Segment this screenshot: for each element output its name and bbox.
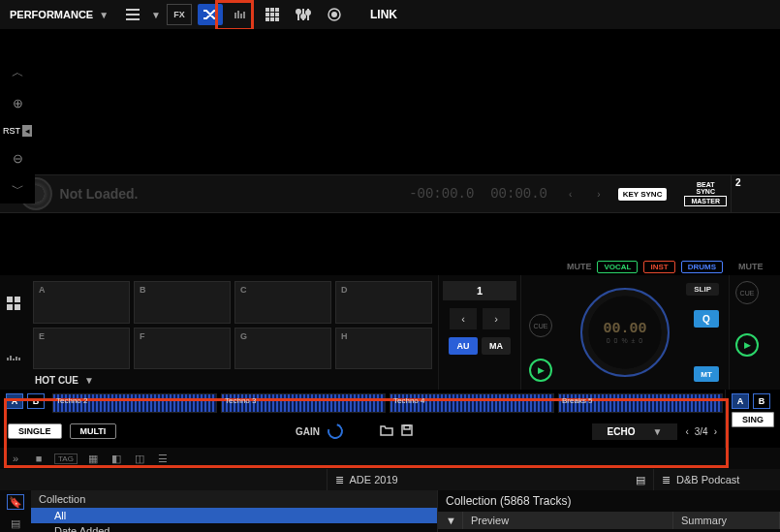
- layout-menu-icon[interactable]: [120, 4, 145, 25]
- prev-track-icon[interactable]: ‹: [569, 189, 572, 200]
- pitch-display: 0 0 % ± 0: [607, 337, 644, 344]
- beat-sync-button[interactable]: BEATSYNC: [696, 181, 714, 195]
- record-icon[interactable]: [322, 4, 347, 25]
- sample-slot-1[interactable]: Techno 2: [52, 393, 217, 413]
- zoom-in-icon[interactable]: ⊕: [13, 96, 23, 110]
- svg-rect-9: [275, 13, 279, 16]
- svg-rect-11: [270, 17, 274, 21]
- mute-label-2: MUTE: [738, 262, 764, 271]
- pad-h[interactable]: H: [335, 328, 432, 370]
- inst-stem-button[interactable]: INST: [643, 261, 674, 273]
- pad-a[interactable]: A: [33, 281, 130, 324]
- fx-button[interactable]: FX: [167, 4, 192, 25]
- svg-rect-5: [270, 8, 274, 12]
- tree-root[interactable]: Collection: [31, 490, 437, 508]
- bank-a-button[interactable]: A: [6, 393, 23, 409]
- link-button[interactable]: LINK: [370, 8, 397, 21]
- mode-dropdown[interactable]: PERFORMANCE ▼: [4, 7, 114, 22]
- svg-point-17: [331, 12, 337, 17]
- gain-knob[interactable]: [325, 421, 346, 442]
- svg-rect-7: [265, 13, 269, 16]
- sampler-icon[interactable]: [229, 4, 254, 25]
- bank-b-button-2[interactable]: B: [753, 393, 770, 409]
- play-button-1[interactable]: ▶: [529, 359, 552, 382]
- caret-left-icon: ◂: [22, 125, 32, 137]
- single-mode-button[interactable]: SINGLE: [8, 423, 62, 439]
- key-sync-button[interactable]: KEY SYNC: [618, 188, 668, 201]
- tree-item-all[interactable]: All: [31, 508, 437, 523]
- beat-next-icon[interactable]: ›: [483, 308, 510, 329]
- reset-button[interactable]: RST◂: [3, 125, 32, 137]
- svg-rect-1: [237, 11, 239, 18]
- svg-point-13: [296, 10, 300, 14]
- fx-select-dropdown[interactable]: ECHO▼: [592, 423, 678, 440]
- page-prev-icon[interactable]: ‹: [685, 426, 688, 437]
- chevron-up-icon[interactable]: ︿: [12, 64, 24, 81]
- svg-rect-20: [7, 304, 13, 310]
- view-split-icon[interactable]: ◫: [132, 452, 147, 465]
- svg-rect-6: [275, 8, 279, 12]
- chevron-down-icon: ▼: [99, 10, 109, 20]
- pad-d[interactable]: D: [335, 281, 432, 324]
- pad-e[interactable]: E: [33, 328, 130, 370]
- cue-button-1[interactable]: CUE: [529, 314, 552, 337]
- page-next-icon[interactable]: ›: [714, 426, 717, 437]
- auto-button[interactable]: AU: [449, 337, 478, 355]
- folder-open-icon[interactable]: [380, 424, 393, 438]
- hotcue-dropdown[interactable]: HOT CUE▼: [27, 375, 438, 390]
- sample-slot-3[interactable]: Techno 4: [390, 393, 554, 413]
- chevron-down-icon[interactable]: ﹀: [12, 180, 24, 198]
- pad-g[interactable]: G: [234, 328, 331, 370]
- jog-wheel-1[interactable]: 00.00 0 0 % ± 0: [580, 288, 670, 377]
- multi-mode-button[interactable]: MULTI: [70, 423, 117, 439]
- quantize-button[interactable]: Q: [694, 310, 719, 328]
- stop-icon[interactable]: ■: [31, 452, 47, 465]
- svg-rect-8: [270, 13, 274, 16]
- deck1-not-loaded: Not Loaded.: [60, 186, 139, 202]
- collection-tree-icon[interactable]: ▤: [7, 516, 24, 531]
- tree-item-date[interactable]: Date Added: [31, 523, 437, 532]
- bpm-display: 00.00: [603, 321, 646, 337]
- pad-c[interactable]: C: [234, 281, 331, 324]
- zoom-out-icon[interactable]: ⊖: [13, 151, 23, 166]
- breadcrumb-ade[interactable]: ADE 2019: [350, 474, 398, 485]
- view-compact-icon[interactable]: ▦: [85, 452, 101, 465]
- browser-chevron-icon[interactable]: »: [8, 452, 23, 465]
- play-button-2[interactable]: ▶: [735, 333, 759, 357]
- col-summary[interactable]: Summary: [673, 512, 780, 529]
- manual-button[interactable]: MA: [482, 337, 511, 355]
- next-track-icon[interactable]: ›: [597, 189, 600, 200]
- save-icon[interactable]: [401, 424, 413, 438]
- bookmark-icon[interactable]: 🔖: [7, 494, 24, 510]
- master-tempo-button[interactable]: MT: [694, 366, 719, 382]
- drums-stem-button[interactable]: DRUMS: [681, 261, 723, 273]
- mode-label: PERFORMANCE: [10, 9, 93, 20]
- sample-slot-2[interactable]: Techno 3: [221, 393, 386, 413]
- breadcrumb-dnb[interactable]: D&B Podcast: [676, 474, 739, 485]
- single-mode-button-2[interactable]: SING: [732, 412, 774, 427]
- pad-f[interactable]: F: [134, 328, 231, 370]
- slip-button[interactable]: SLIP: [686, 283, 719, 296]
- col-preview[interactable]: Preview: [463, 512, 673, 529]
- bank-b-button[interactable]: B: [27, 393, 45, 409]
- master-button[interactable]: MASTER: [684, 196, 727, 206]
- svg-rect-2: [240, 14, 242, 18]
- mixer-icon[interactable]: [291, 4, 316, 25]
- pad-grid-view-icon[interactable]: [7, 297, 20, 312]
- chevron-down-icon: ▼: [84, 375, 94, 386]
- view-half-icon[interactable]: ◧: [109, 452, 124, 465]
- vocal-stem-button[interactable]: VOCAL: [597, 261, 638, 273]
- pad-b[interactable]: B: [134, 281, 231, 324]
- collection-title: Collection (5868 Tracks): [438, 490, 780, 512]
- grid-icon[interactable]: [260, 4, 285, 25]
- shuffle-icon[interactable]: [198, 4, 223, 25]
- sample-slot-4[interactable]: Breaks 5: [558, 393, 723, 413]
- pad-wave-view-icon[interactable]: [7, 354, 20, 369]
- playlist-icon[interactable]: ▤: [636, 474, 645, 486]
- tag-button[interactable]: TAG: [54, 454, 78, 464]
- filter-column-icon[interactable]: ▼: [438, 512, 463, 529]
- bank-a-button-2[interactable]: A: [732, 393, 749, 409]
- cue-button-2[interactable]: CUE: [735, 281, 759, 304]
- view-list-icon[interactable]: ☰: [155, 452, 171, 465]
- beat-prev-icon[interactable]: ‹: [450, 308, 477, 329]
